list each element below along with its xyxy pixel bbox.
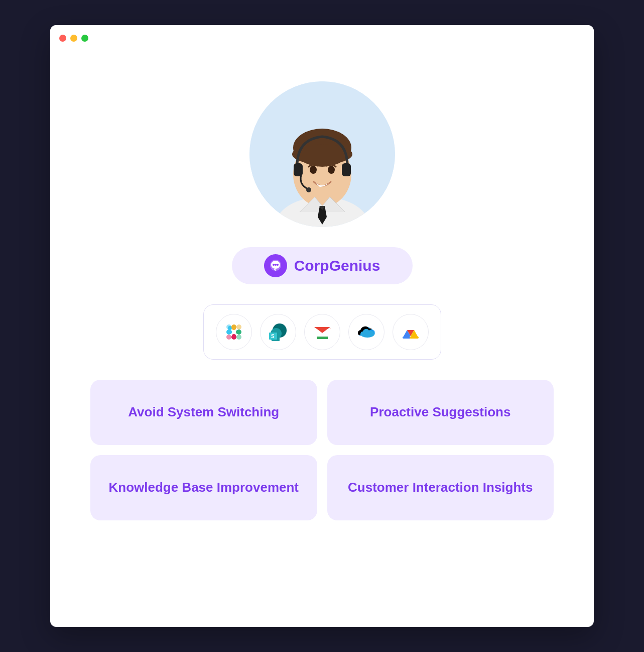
knowledge-base-improvement-label: Knowledge Base Improvement [108,479,299,496]
customer-interaction-insights-label: Customer Interaction Insights [348,479,533,496]
svg-rect-30 [226,335,231,340]
main-content: CorpGenius [50,51,594,561]
svg-rect-9 [342,163,351,176]
sharepoint-icon[interactable]: S [260,314,296,350]
minimize-button[interactable] [70,35,77,42]
avatar [249,81,395,227]
googledrive-icon[interactable] [393,314,429,350]
svg-rect-25 [236,330,241,335]
brand-badge: CorpGenius [232,247,413,284]
svg-point-10 [306,187,311,192]
svg-rect-47 [403,337,411,339]
svg-rect-48 [410,337,419,339]
close-button[interactable] [59,35,66,42]
customer-interaction-insights-card[interactable]: Customer Interaction Insights [327,455,554,520]
brand-name-label: CorpGenius [294,257,380,274]
svg-text:S: S [271,334,275,339]
svg-rect-26 [236,335,241,340]
integrations-row: S [203,304,441,360]
knowledge-base-improvement-card[interactable]: Knowledge Base Improvement [90,455,317,520]
proactive-suggestions-label: Proactive Suggestions [370,404,510,421]
svg-rect-24 [226,324,231,330]
onedrive-icon[interactable] [348,314,384,350]
maximize-button[interactable] [81,35,88,42]
svg-point-15 [277,264,279,266]
svg-point-13 [273,264,275,266]
proactive-suggestions-card[interactable]: Proactive Suggestions [327,380,554,445]
svg-rect-29 [231,335,236,340]
avoid-system-switching-card[interactable]: Avoid System Switching [90,380,317,445]
avoid-system-switching-label: Avoid System Switching [128,404,279,421]
app-window: CorpGenius [50,25,594,627]
svg-point-14 [275,264,277,266]
titlebar [50,25,594,51]
corpgenius-icon [264,254,287,277]
svg-rect-28 [236,324,241,330]
features-grid: Avoid System Switching Proactive Suggest… [90,380,554,520]
gmail-icon[interactable] [304,314,340,350]
svg-rect-23 [226,330,231,335]
svg-point-7 [328,166,335,174]
svg-rect-27 [231,324,236,330]
svg-point-6 [310,166,317,174]
slack-icon[interactable] [216,314,252,350]
